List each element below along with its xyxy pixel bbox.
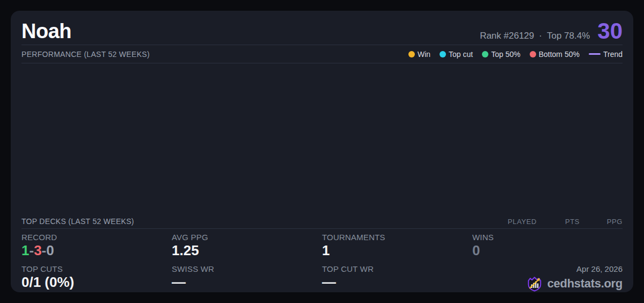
legend-label: Trend	[603, 50, 623, 59]
avg-ppg-value: 1.25	[172, 243, 322, 257]
top-cuts-value: 0/1 (0%)	[21, 275, 172, 289]
column-header-ppg: PPG	[580, 218, 623, 226]
stats-grid: RECORD 1-3-0 AVG PPG 1.25 TOURNAMENTS 1 …	[21, 229, 623, 292]
record-draws: 0	[46, 242, 54, 258]
record-dash: -	[29, 242, 34, 258]
wins-value: 0	[472, 243, 623, 257]
stat-top-cut-wr: TOP CUT WR —	[322, 264, 472, 292]
brand-block: cedhstats.org	[526, 275, 623, 292]
record-wins: 1	[21, 242, 29, 258]
score-value: 30	[597, 21, 623, 41]
performance-chart	[21, 63, 623, 214]
top-cut-wr-value: —	[322, 275, 472, 289]
stat-wins: WINS 0	[472, 233, 623, 264]
card-header: Noah Rank #26129 · Top 78.4% 30	[21, 11, 623, 45]
date-text: Apr 26, 2026	[576, 264, 623, 273]
top-decks-columns: PLAYED PTS PPG	[494, 218, 623, 226]
performance-title: PERFORMANCE (LAST 52 WEEKS)	[21, 50, 150, 59]
player-stats-card: Noah Rank #26129 · Top 78.4% 30 PERFORMA…	[11, 11, 633, 292]
performance-header: PERFORMANCE (LAST 52 WEEKS) Win Top cut …	[21, 45, 623, 63]
stat-label: AVG PPG	[172, 233, 322, 242]
stat-label: RECORD	[21, 233, 172, 242]
swiss-wr-value: —	[172, 275, 322, 289]
bottom-50-dot-icon	[530, 51, 536, 57]
record-value: 1-3-0	[21, 243, 172, 257]
legend-item-top-50: Top 50%	[482, 50, 520, 59]
stat-label: TOP CUTS	[21, 264, 172, 273]
top-percent-label: Top 78.4%	[547, 31, 590, 41]
legend-item-bottom-50: Bottom 50%	[530, 50, 580, 59]
legend-item-trend: Trend	[589, 50, 623, 59]
stat-swiss-wr: SWISS WR —	[172, 264, 322, 292]
record-dash: -	[42, 242, 47, 258]
card-footer: Apr 26, 2026 cedhstats.org	[472, 264, 623, 292]
top-decks-title: TOP DECKS (LAST 52 WEEKS)	[21, 217, 134, 226]
legend-label: Top cut	[449, 50, 473, 59]
stat-label: SWISS WR	[172, 264, 322, 273]
legend-item-top-cut: Top cut	[440, 50, 473, 59]
brand-name: cedhstats.org	[547, 277, 623, 291]
rank-separator: ·	[539, 31, 542, 41]
top-50-dot-icon	[482, 51, 488, 57]
chart-legend: Win Top cut Top 50% Bottom 50% Trend	[408, 50, 623, 59]
legend-label: Bottom 50%	[539, 50, 580, 59]
page-title: Noah	[21, 21, 71, 41]
rank-label: Rank #26129	[480, 31, 534, 41]
stat-label: TOURNAMENTS	[322, 233, 472, 242]
column-header-pts: PTS	[537, 218, 580, 226]
stat-top-cuts: TOP CUTS 0/1 (0%)	[21, 264, 172, 292]
top-decks-header: TOP DECKS (LAST 52 WEEKS) PLAYED PTS PPG	[21, 214, 623, 229]
trend-line-icon	[589, 53, 601, 55]
stat-tournaments: TOURNAMENTS 1	[322, 233, 472, 264]
column-header-played: PLAYED	[494, 218, 537, 226]
stat-record: RECORD 1-3-0	[21, 233, 172, 264]
rank-score-block: Rank #26129 · Top 78.4% 30	[480, 21, 623, 41]
legend-label: Win	[418, 50, 430, 59]
logo-bar	[537, 284, 538, 288]
top-cut-dot-icon	[440, 51, 446, 57]
stat-label: WINS	[472, 233, 623, 242]
legend-label: Top 50%	[491, 50, 520, 59]
stat-avg-ppg: AVG PPG 1.25	[172, 233, 322, 264]
cedhstats-shield-logo-icon	[526, 275, 543, 292]
record-losses: 3	[34, 242, 41, 258]
stat-label: TOP CUT WR	[322, 264, 472, 273]
legend-item-win: Win	[408, 50, 430, 59]
win-dot-icon	[408, 51, 415, 57]
tournaments-value: 1	[322, 243, 472, 257]
rank-text: Rank #26129 · Top 78.4%	[480, 31, 590, 41]
